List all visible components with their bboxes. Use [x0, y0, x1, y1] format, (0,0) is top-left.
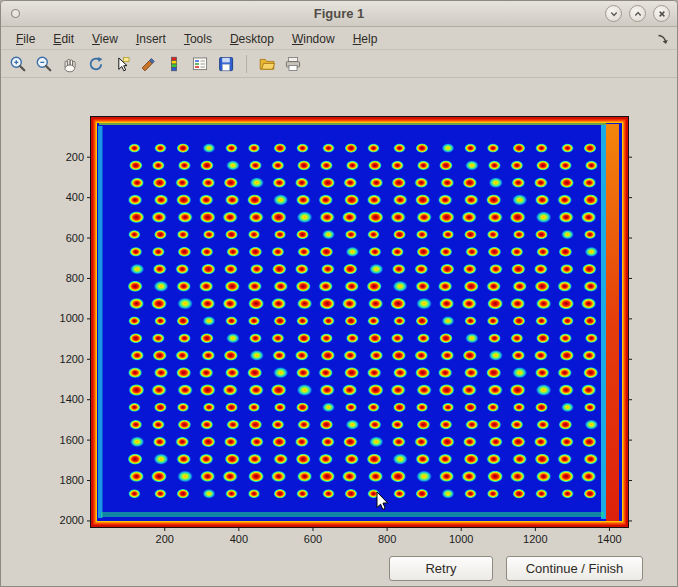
image-plot[interactable]: 2004006008001000120014002004006008001000… — [1, 79, 678, 587]
right-orange-band — [606, 124, 619, 521]
open-folder-icon[interactable] — [255, 52, 279, 76]
rotate-3d-icon[interactable] — [84, 52, 108, 76]
x-tick-label: 1400 — [597, 533, 621, 545]
menu-tools[interactable]: Tools — [175, 29, 221, 49]
y-tick-label: 1000 — [60, 312, 84, 324]
figure-canvas: 2004006008001000120014002004006008001000… — [1, 79, 677, 586]
figure-window: Figure 1 FileEditViewInsertToolsDesktopW… — [0, 0, 678, 587]
y-tick-label: 1600 — [60, 434, 84, 446]
pan-hand-icon[interactable] — [58, 52, 82, 76]
window-controls — [605, 5, 670, 22]
window-menu-icon[interactable] — [10, 8, 21, 19]
maximize-button[interactable] — [629, 5, 646, 22]
menu-items: FileEditViewInsertToolsDesktopWindowHelp — [1, 29, 386, 49]
x-tick-label: 400 — [230, 533, 248, 545]
print-icon[interactable] — [281, 52, 305, 76]
x-tick-label: 800 — [378, 533, 396, 545]
menu-insert[interactable]: Insert — [127, 29, 175, 49]
x-tick-label: 1200 — [523, 533, 547, 545]
dock-figure-icon[interactable] — [656, 33, 670, 45]
x-tick-label: 600 — [304, 533, 322, 545]
y-tick-label: 400 — [66, 191, 84, 203]
save-icon[interactable] — [214, 52, 238, 76]
titlebar[interactable]: Figure 1 — [1, 1, 677, 27]
x-tick-label: 1000 — [449, 533, 473, 545]
menu-desktop[interactable]: Desktop — [221, 29, 283, 49]
insert-colorbar-icon[interactable] — [162, 52, 186, 76]
y-tick-label: 600 — [66, 232, 84, 244]
x-tick-label: 200 — [156, 533, 174, 545]
brush-icon[interactable] — [136, 52, 160, 76]
window-title: Figure 1 — [1, 6, 677, 21]
menubar: FileEditViewInsertToolsDesktopWindowHelp — [1, 28, 677, 50]
menu-file[interactable]: File — [7, 29, 44, 49]
zoom-out-icon[interactable] — [32, 52, 56, 76]
insert-legend-icon[interactable] — [188, 52, 212, 76]
menu-view[interactable]: View — [83, 29, 127, 49]
top-yellow-line — [99, 123, 606, 125]
y-tick-label: 1800 — [60, 474, 84, 486]
continue-finish-button[interactable]: Continue / Finish — [506, 556, 643, 581]
y-tick-label: 2000 — [60, 514, 84, 526]
y-tick-label: 200 — [66, 151, 84, 163]
menu-edit[interactable]: Edit — [44, 29, 83, 49]
right-cyan-band — [601, 125, 606, 519]
close-button[interactable] — [653, 5, 670, 22]
y-tick-label: 800 — [66, 272, 84, 284]
data-cursor-icon[interactable] — [110, 52, 134, 76]
menu-help[interactable]: Help — [344, 29, 387, 49]
y-tick-label: 1200 — [60, 353, 84, 365]
toolbar — [1, 51, 677, 78]
minimize-button[interactable] — [605, 5, 622, 22]
zoom-in-icon[interactable] — [6, 52, 30, 76]
bottom-green-band — [101, 512, 604, 517]
left-cyan-band — [98, 126, 103, 518]
retry-button[interactable]: Retry — [389, 556, 493, 581]
y-tick-label: 1400 — [60, 393, 84, 405]
menu-window[interactable]: Window — [283, 29, 344, 49]
toolbar-separator — [246, 55, 247, 73]
